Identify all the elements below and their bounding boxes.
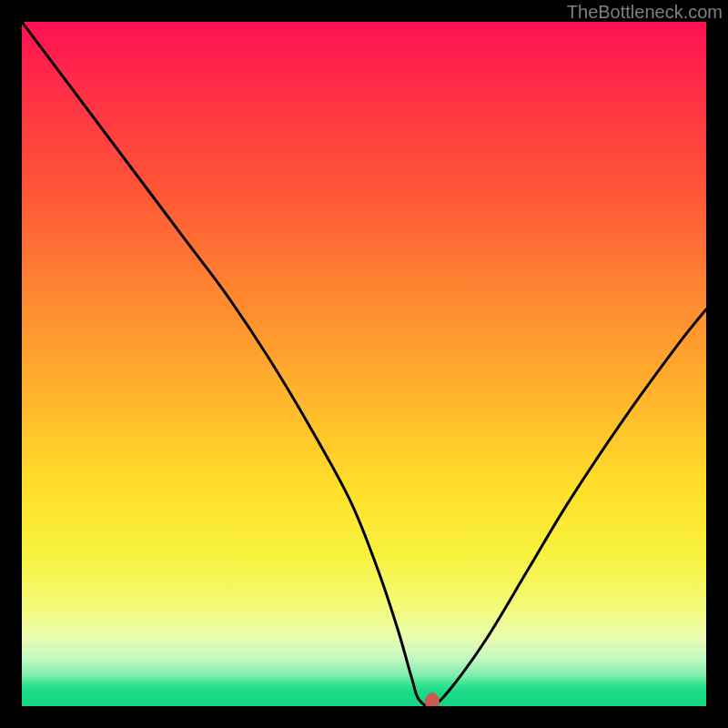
plot-area — [22, 22, 706, 706]
watermark-text: TheBottleneck.com — [567, 2, 723, 23]
chart-frame: TheBottleneck.com — [0, 0, 728, 728]
bottleneck-curve — [22, 22, 706, 706]
